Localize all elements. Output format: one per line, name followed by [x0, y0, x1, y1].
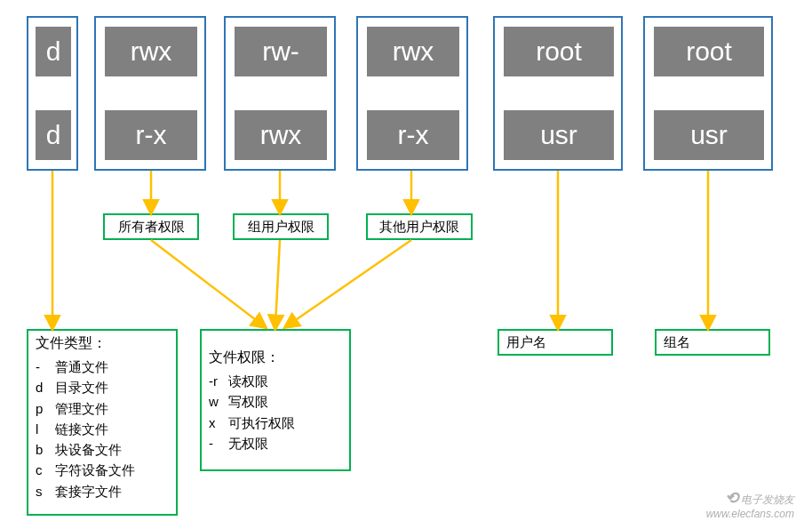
legend-filetype-row: -普通文件 [36, 357, 169, 377]
legend-key: - [209, 433, 228, 453]
col-group: rw- rwx [224, 16, 336, 171]
watermark-url: www.elecfans.com [706, 508, 794, 520]
legend-key: - [36, 357, 55, 377]
legend-desc: 普通文件 [55, 357, 108, 377]
legend-desc: 块设备文件 [55, 439, 122, 460]
label-username: 用户名 [498, 329, 613, 356]
svg-line-8 [275, 240, 280, 325]
svg-line-7 [151, 240, 263, 325]
cell-user-1: root [504, 27, 614, 76]
legend-desc: 可执行权限 [228, 413, 295, 433]
legend-desc: 链接文件 [55, 419, 108, 439]
cell-groupname-1: root [654, 27, 764, 76]
label-owner-perm: 所有者权限 [103, 213, 199, 240]
cell-groupname-2: usr [654, 110, 764, 160]
cell-other-2: r-x [367, 110, 459, 160]
legend-desc: 写权限 [228, 391, 268, 412]
legend-key: b [36, 439, 55, 460]
legend-perm-row: w写权限 [209, 391, 342, 412]
legend-desc: 字符设备文件 [55, 460, 135, 480]
legend-key: -r [209, 371, 228, 391]
legend-permission-title: 文件权限： [209, 349, 342, 367]
legend-desc: 套接字文件 [55, 481, 122, 501]
col-filetype: d d [27, 16, 78, 171]
watermark-logo-icon: ⟲ [725, 489, 738, 507]
cell-filetype-1: d [36, 27, 71, 76]
legend-desc: 无权限 [228, 433, 268, 453]
legend-filetype-row: s套接字文件 [36, 481, 169, 501]
legend-perm-row: x可执行权限 [209, 413, 342, 433]
legend-perm-row: -无权限 [209, 433, 342, 453]
legend-key: d [36, 377, 55, 397]
legend-permission: 文件权限： -r读权限w写权限x可执行权限-无权限 [200, 329, 351, 471]
legend-filetype-row: l链接文件 [36, 419, 169, 439]
legend-filetype-row: b块设备文件 [36, 439, 169, 460]
legend-filetype-items: -普通文件d目录文件p管理文件l链接文件b块设备文件c字符设备文件s套接字文件 [36, 357, 169, 501]
legend-key: s [36, 481, 55, 501]
legend-key: l [36, 419, 55, 439]
legend-filetype-row: c字符设备文件 [36, 460, 169, 480]
legend-desc: 目录文件 [55, 377, 108, 397]
legend-filetype: 文件类型： -普通文件d目录文件p管理文件l链接文件b块设备文件c字符设备文件s… [27, 329, 178, 516]
cell-other-1: rwx [367, 27, 459, 76]
legend-desc: 管理文件 [55, 398, 108, 419]
cell-user-2: usr [504, 110, 614, 160]
cell-owner-1: rwx [105, 27, 197, 76]
cell-filetype-2: d [36, 110, 71, 160]
watermark: ⟲ 电子发烧友 www.elecfans.com [706, 488, 794, 520]
watermark-name: 电子发烧友 [741, 493, 794, 506]
cell-group-2: rwx [235, 110, 327, 160]
svg-line-9 [288, 240, 411, 325]
col-other: rwx r-x [356, 16, 468, 171]
legend-perm-row: -r读权限 [209, 371, 342, 391]
col-user: root usr [493, 16, 623, 171]
permissions-diagram: d d rwx r-x rw- rwx rwx r-x root usr roo… [0, 0, 812, 529]
legend-filetype-row: p管理文件 [36, 398, 169, 419]
cell-owner-2: r-x [105, 110, 197, 160]
legend-key: x [209, 413, 228, 433]
cell-group-1: rw- [235, 27, 327, 76]
legend-permission-items: -r读权限w写权限x可执行权限-无权限 [209, 371, 342, 453]
legend-key: c [36, 460, 55, 480]
legend-key: p [36, 398, 55, 419]
col-owner: rwx r-x [94, 16, 206, 171]
legend-key: w [209, 391, 228, 412]
label-group-perm: 组用户权限 [233, 213, 329, 240]
col-groupname: root usr [643, 16, 773, 171]
label-groupname: 组名 [655, 329, 770, 356]
label-other-perm: 其他用户权限 [366, 213, 473, 240]
legend-desc: 读权限 [228, 371, 268, 391]
legend-filetype-row: d目录文件 [36, 377, 169, 397]
legend-filetype-title: 文件类型： [36, 334, 169, 353]
